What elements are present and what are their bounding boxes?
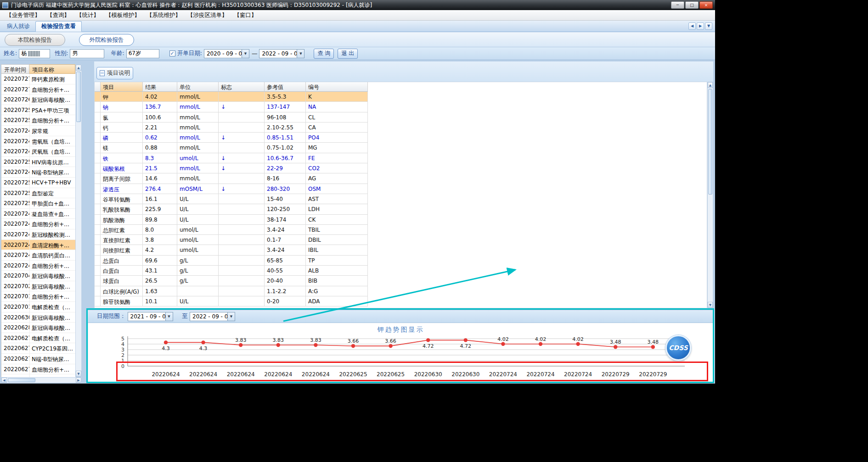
scroll-down-icon[interactable]: ▼	[708, 302, 713, 308]
order-list-vscrollbar[interactable]: ▲ ▼	[75, 64, 82, 377]
results-row[interactable]: 腺苷脱氨酶10.1U/L0-20ADA	[95, 296, 707, 306]
results-row[interactable]: 肌酸激酶89.8U/L38-174CK	[95, 215, 707, 225]
results-row[interactable]: 镁0.88mmol/L0.75-1.02MG	[95, 143, 707, 153]
order-date-checkbox[interactable]: ✓	[169, 50, 175, 56]
chevron-down-icon[interactable]: ▼	[242, 50, 249, 58]
scroll-right-icon[interactable]: ▶	[76, 378, 81, 383]
order-list-row[interactable]: 20220725甲胎蛋白+血…	[1, 198, 75, 209]
menu-item[interactable]: 【模板维护】	[102, 11, 143, 20]
order-list-row[interactable]: 20220727血细胞分析+…	[1, 84, 75, 95]
menu-item[interactable]: 【窗口】	[231, 11, 260, 20]
scroll-up-icon[interactable]: ▲	[708, 82, 713, 88]
results-row[interactable]: 阴离子间隙14.6mmol/L8-16AG	[95, 173, 707, 184]
order-list-row[interactable]: 20220701血细胞分析+…	[1, 291, 75, 302]
order-list-row[interactable]: 20220727降钙素原检测	[1, 74, 75, 84]
order-list-header-name[interactable]: 项目名称	[29, 64, 75, 74]
results-row[interactable]: 白球比例(A/G)1.631.1-2.2A:G	[95, 286, 707, 296]
order-list-row[interactable]: 20220627电解质检查（…	[1, 333, 75, 344]
tab-scroll-left-icon[interactable]: ◀	[688, 22, 696, 30]
trend-range-from-combo[interactable]: 2021 - 09 - 02 ▼	[128, 312, 173, 321]
vscroll-thumb[interactable]	[76, 72, 81, 122]
results-row[interactable]: 谷草转氨酶16.1U/L15-40AST	[95, 194, 707, 204]
order-list-row[interactable]: 20220630新冠病毒核酸…	[1, 312, 75, 323]
order-list-row[interactable]: 20220724血清淀粉酶+…	[1, 240, 75, 250]
results-row[interactable]: 钠136.7mmol/L↓137-147NA	[95, 102, 707, 112]
order-list-row[interactable]: 20220724厌氧瓶（血培…	[1, 146, 75, 157]
order-list-row[interactable]: 20220725血型鉴定	[1, 188, 75, 199]
results-row[interactable]: 钾4.02mmol/L3.5-5.3K	[95, 92, 707, 102]
order-list-row[interactable]: 20220725HIV病毒抗原…	[1, 157, 75, 167]
external-report-button[interactable]: 外院检验报告	[79, 34, 134, 46]
order-list-row[interactable]: 20220724血清肌钙蛋白…	[1, 250, 75, 261]
order-list-row[interactable]: 20220725PSA+甲功三项	[1, 105, 75, 116]
order-date-to-combo[interactable]: 2022 - 09 - 02 ▼	[259, 49, 304, 58]
tab-patient-visit[interactable]: 病人就诊	[1, 21, 35, 32]
maximize-button[interactable]: □	[685, 1, 699, 9]
tab-list-dropdown-icon[interactable]: ▼	[705, 22, 712, 30]
exit-button[interactable]: 退 出	[338, 49, 358, 59]
menu-item[interactable]: 【系统维护】	[143, 11, 184, 20]
order-list-row[interactable]: 20220724血细胞分析+…	[1, 261, 75, 271]
results-row[interactable]: 总胆红素8.0umol/L3.4-24TBIL	[95, 225, 707, 235]
results-row[interactable]: 渗透压276.4mOSM/L↓280-320OSM	[95, 184, 707, 194]
results-row[interactable]: 白蛋白43.1g/L40-55ALB	[95, 266, 707, 276]
order-list-row[interactable]: 20220702新冠病毒核酸…	[1, 281, 75, 292]
order-list-row[interactable]: 20220627CYP2C19基因…	[1, 343, 75, 354]
results-header-cell[interactable]: 单位	[177, 82, 219, 92]
results-row[interactable]: 直接胆红素3.8umol/L0.1-7DBIL	[95, 235, 707, 245]
results-row[interactable]: 球蛋白26.5g/L20-40BIB	[95, 276, 707, 286]
results-header-cell[interactable]: 结果	[143, 82, 177, 92]
results-header-cell[interactable]: 项目	[101, 82, 143, 92]
vscroll-thumb[interactable]	[708, 89, 712, 195]
internal-report-button[interactable]: 本院检验报告	[5, 34, 65, 46]
name-field[interactable]: 杨	[19, 49, 50, 58]
results-row[interactable]: 钙2.21mmol/L2.10-2.55CA	[95, 122, 707, 133]
scroll-left-icon[interactable]: ◀	[1, 378, 7, 383]
menu-item[interactable]: 【业务管理】	[3, 11, 44, 20]
order-list-row[interactable]: 20220627血细胞分析+…	[1, 364, 75, 375]
query-button[interactable]: 查 询	[314, 49, 334, 59]
order-list-row[interactable]: 20220724尿常规	[1, 126, 75, 136]
order-list-row[interactable]: 20220725血细胞分析+…	[1, 115, 75, 126]
cdss-logo[interactable]: CDSS	[665, 335, 691, 361]
hscroll-thumb[interactable]	[8, 378, 35, 382]
scroll-down-icon[interactable]: ▼	[76, 371, 81, 377]
menu-item[interactable]: 【统计】	[73, 11, 102, 20]
results-row[interactable]: 磷0.62mmol/L↓0.85-1.51PO4	[95, 133, 707, 143]
results-row[interactable]: 间接胆红素4.2umol/L3.4-24IBIL	[95, 245, 707, 255]
scroll-up-icon[interactable]: ▲	[76, 65, 81, 71]
order-list-row[interactable]: 20220628新冠病毒核酸…	[1, 323, 75, 333]
minimize-button[interactable]: ─	[671, 1, 684, 9]
chevron-down-icon[interactable]: ▼	[165, 312, 173, 321]
results-row[interactable]: 铁8.3umol/L↓10.6-36.7FE	[95, 153, 707, 163]
order-list-row[interactable]: 20220726新冠病毒核酸…	[1, 95, 75, 105]
order-list-row[interactable]: 20220627N端-B型钠尿…	[1, 354, 75, 364]
close-button[interactable]: ×	[699, 1, 713, 9]
menu-item[interactable]: 【查询】	[44, 11, 73, 20]
order-list-row[interactable]: 20220724新冠核酸检测…	[1, 229, 75, 240]
results-header-cell[interactable]: 标志	[219, 82, 265, 92]
results-vscrollbar[interactable]: ▲ ▼	[707, 82, 713, 308]
tab-lab-report-view[interactable]: 检验报告查看	[35, 21, 82, 32]
order-list-row[interactable]: 20220725HCV+TP+HBV	[1, 178, 75, 188]
results-row[interactable]: 碳酸氢根21.5mmol/L↓22-29CO2	[95, 163, 707, 173]
gender-field[interactable]: 男	[70, 49, 104, 58]
order-list-hscrollbar[interactable]: ◀ ▶	[1, 377, 82, 383]
chevron-down-icon[interactable]: ▼	[297, 50, 304, 58]
results-row[interactable]: 乳酸脱氢酶225.9U/L120-250LDH	[95, 204, 707, 214]
menu-item[interactable]: 【涉疫区清单】	[184, 11, 231, 20]
order-list-row[interactable]: 20220724N端-B型钠尿…	[1, 167, 75, 178]
order-list-row[interactable]: 20220704新冠病毒核酸…	[1, 271, 75, 281]
age-field[interactable]: 67岁	[126, 49, 159, 58]
order-date-from-combo[interactable]: 2020 - 09 - 01 ▼	[204, 49, 249, 58]
trend-range-to-combo[interactable]: 2022 - 09 - 02 ▼	[190, 312, 235, 321]
chevron-down-icon[interactable]: ▼	[227, 312, 235, 321]
order-list-row[interactable]: 20220724凝血筛查+血…	[1, 209, 75, 219]
results-row[interactable]: 总蛋白69.6g/L65-85TP	[95, 256, 707, 266]
order-list-row[interactable]: 20220701电解质检查（…	[1, 302, 75, 312]
order-list-header-date[interactable]: 开单时间	[1, 64, 29, 74]
order-list-row[interactable]: 20220724血细胞分析+…	[1, 219, 75, 229]
item-description-button[interactable]: 项目说明	[96, 67, 133, 79]
results-header-cell[interactable]: 编号	[306, 82, 368, 92]
results-header-cell[interactable]: 参考值	[265, 82, 306, 92]
